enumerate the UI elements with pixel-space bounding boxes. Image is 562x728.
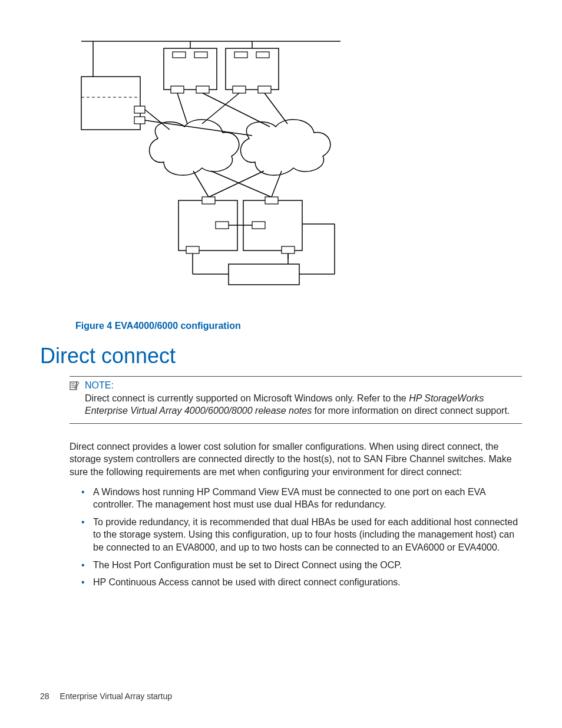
svg-rect-15 [256, 52, 269, 58]
fabric-cloud-left [150, 120, 239, 176]
svg-line-24 [265, 93, 287, 124]
figure-caption: Figure 4 EVA4000/6000 configuration [75, 321, 522, 331]
page-number: 28 [40, 691, 49, 701]
note-icon [70, 381, 80, 390]
svg-rect-33 [216, 222, 229, 229]
note-top-divider [70, 376, 522, 377]
svg-rect-45 [282, 246, 295, 253]
requirements-list: A Windows host running HP Command View E… [81, 486, 522, 589]
list-item: The Host Port Configuration must be set … [81, 559, 522, 572]
list-item: A Windows host running HP Command View E… [81, 486, 522, 511]
svg-rect-28 [265, 197, 278, 204]
svg-rect-7 [164, 48, 217, 90]
svg-line-29 [193, 171, 209, 197]
section-heading-direct-connect: Direct connect [40, 344, 522, 368]
note-body-suffix: for more information on direct connect s… [312, 406, 510, 416]
eva-config-diagram [75, 35, 352, 301]
note-bottom-divider [70, 423, 522, 424]
svg-rect-4 [134, 106, 145, 113]
note-block: NOTE: Direct connect is currently suppor… [70, 376, 522, 430]
page-footer: 28 Enterprise Virtual Array startup [40, 691, 172, 701]
svg-rect-44 [186, 246, 199, 253]
svg-rect-13 [226, 48, 279, 90]
note-body: Direct connect is currently supported on… [70, 392, 522, 417]
document-page: Figure 4 EVA4000/6000 configuration Dire… [0, 0, 562, 728]
svg-rect-5 [134, 117, 145, 124]
svg-line-30 [211, 171, 271, 197]
svg-rect-17 [258, 86, 271, 93]
svg-rect-8 [173, 52, 186, 58]
footer-section-title: Enterprise Virtual Array startup [60, 691, 172, 701]
svg-rect-2 [81, 77, 140, 130]
fabric-cloud-right [241, 120, 330, 176]
svg-line-32 [209, 171, 264, 197]
list-item: HP Continuous Access cannot be used with… [81, 576, 522, 589]
svg-rect-10 [171, 86, 184, 93]
figure-diagram-wrap [75, 35, 557, 301]
svg-rect-27 [202, 197, 215, 204]
svg-rect-36 [229, 264, 299, 285]
svg-rect-9 [194, 52, 207, 58]
list-item: To provide redundancy, it is recommended… [81, 516, 522, 554]
intro-paragraph: Direct connect provides a lower cost sol… [70, 440, 522, 479]
svg-line-21 [177, 93, 187, 124]
svg-rect-14 [234, 52, 247, 58]
svg-rect-11 [196, 86, 209, 93]
note-title: NOTE: [85, 380, 114, 391]
svg-rect-34 [252, 222, 265, 229]
svg-rect-16 [233, 86, 246, 93]
note-body-prefix: Direct connect is currently supported on… [85, 393, 409, 403]
